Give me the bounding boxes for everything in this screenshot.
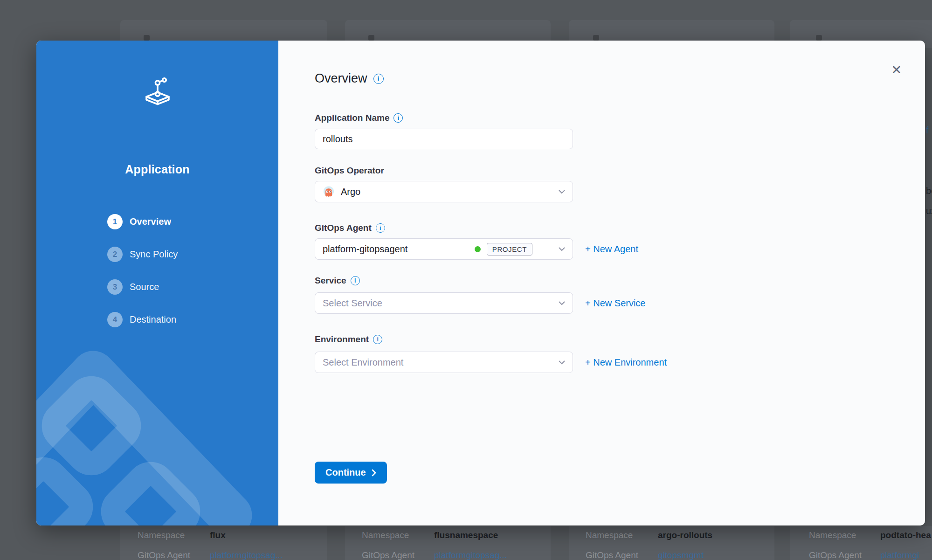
gitops-agent-value: platform-gitopsagent — [323, 244, 407, 255]
gitops-agent-label: GitOps Agent — [586, 550, 638, 560]
chevron-down-icon — [559, 247, 565, 251]
info-icon[interactable]: i — [373, 335, 382, 344]
namespace-value: argo-rollouts — [658, 530, 712, 540]
application-name-label: Application Name — [315, 113, 389, 123]
create-application-dialog: Application 1 Overview 2 Sync Policy 3 S… — [36, 41, 925, 525]
new-service-button[interactable]: + New Service — [585, 298, 646, 309]
environment-label-row: Environment i — [315, 334, 382, 345]
step-label: Source — [130, 282, 159, 292]
close-icon[interactable]: ✕ — [889, 62, 904, 78]
gitops-agent-label: GitOps Agent — [138, 550, 190, 560]
namespace-label: Namespace — [586, 530, 633, 540]
namespace-label: Namespace — [138, 530, 185, 540]
step-sync-policy[interactable]: 2 Sync Policy — [107, 247, 178, 262]
application-name-input[interactable] — [315, 129, 573, 149]
service-label: Service — [315, 276, 346, 286]
environment-select[interactable]: Select Environment — [315, 352, 573, 373]
page-title: Overview — [315, 71, 367, 86]
environment-label: Environment — [315, 334, 369, 345]
info-icon[interactable]: i — [394, 113, 403, 123]
info-icon[interactable]: i — [351, 276, 360, 285]
gitops-agent-label: GitOps Agent — [315, 223, 372, 233]
service-label-row: Service i — [315, 276, 360, 286]
wizard-steps: 1 Overview 2 Sync Policy 3 Source 4 Dest… — [107, 214, 178, 345]
namespace-value: podtato-hea — [880, 530, 931, 540]
gitops-operator-value: Argo — [341, 187, 360, 197]
environment-placeholder: Select Environment — [323, 357, 403, 368]
app-icon — [816, 35, 822, 41]
namespace-value: flux — [210, 530, 226, 540]
overview-step-panel: ✕ Overview i Application Name i GitOps O… — [278, 41, 925, 525]
continue-label: Continue — [325, 467, 366, 478]
step-label: Sync Policy — [130, 249, 178, 260]
app-icon — [368, 35, 374, 41]
continue-button[interactable]: Continue — [315, 462, 387, 484]
gitops-agent-link: platformgitopsag... — [210, 550, 283, 560]
gitops-agent-link: platformgi — [880, 550, 919, 560]
gitops-agent-link: gitopsmgmt — [658, 550, 704, 560]
step-number: 4 — [107, 312, 123, 327]
gitops-agent-label-row: GitOps Agent i — [315, 223, 385, 233]
chevron-down-icon — [559, 301, 565, 305]
app-icon — [144, 35, 150, 41]
edge-text-fragment: be — [926, 186, 932, 196]
step-overview[interactable]: 1 Overview — [107, 214, 178, 229]
service-placeholder: Select Service — [323, 298, 382, 309]
edge-text-fragment: f — [926, 125, 929, 136]
step-destination[interactable]: 4 Destination — [107, 312, 178, 327]
agent-healthy-status-dot — [475, 246, 481, 252]
application-name-label-row: Application Name i — [315, 113, 403, 123]
gitops-agent-label: GitOps Agent — [362, 550, 414, 560]
argo-octopus-icon — [323, 186, 335, 198]
scope-badge: PROJECT — [487, 243, 532, 256]
step-label: Overview — [130, 216, 171, 227]
namespace-label: Namespace — [362, 530, 409, 540]
service-select[interactable]: Select Service — [315, 292, 573, 314]
gitops-agent-label: GitOps Agent — [809, 550, 862, 560]
gitops-operator-select[interactable]: Argo — [315, 181, 573, 202]
new-environment-button[interactable]: + New Environment — [585, 357, 667, 368]
info-icon[interactable]: i — [373, 74, 384, 84]
harness-logo-watermark — [36, 344, 278, 525]
step-number: 3 — [107, 279, 123, 295]
gitops-agent-select[interactable]: platform-gitopsagent PROJECT — [315, 238, 573, 260]
step-label: Destination — [130, 314, 176, 325]
app-icon — [593, 35, 599, 41]
page-title-row: Overview i — [315, 71, 384, 86]
gitops-operator-label: GitOps Operator — [315, 166, 384, 176]
screen: Namespace flux GitOps Agent platformgito… — [0, 0, 932, 560]
chevron-down-icon — [559, 190, 565, 194]
step-source[interactable]: 3 Source — [107, 279, 178, 295]
wizard-sidebar: Application 1 Overview 2 Sync Policy 3 S… — [36, 41, 278, 525]
gitops-agent-link: platformgitopsag... — [434, 550, 507, 560]
chevron-right-icon — [372, 469, 376, 477]
info-icon[interactable]: i — [376, 223, 385, 233]
wizard-title: Application — [36, 163, 278, 176]
gitops-application-icon — [142, 77, 173, 108]
namespace-value: flusnamespace — [434, 530, 498, 540]
step-number: 2 — [107, 247, 123, 262]
namespace-label: Namespace — [809, 530, 856, 540]
chevron-down-icon — [559, 360, 565, 365]
new-agent-button[interactable]: + New Agent — [585, 244, 638, 255]
edge-text-fragment: ux — [926, 206, 932, 216]
step-number: 1 — [107, 214, 123, 229]
gitops-operator-label-row: GitOps Operator — [315, 166, 384, 176]
